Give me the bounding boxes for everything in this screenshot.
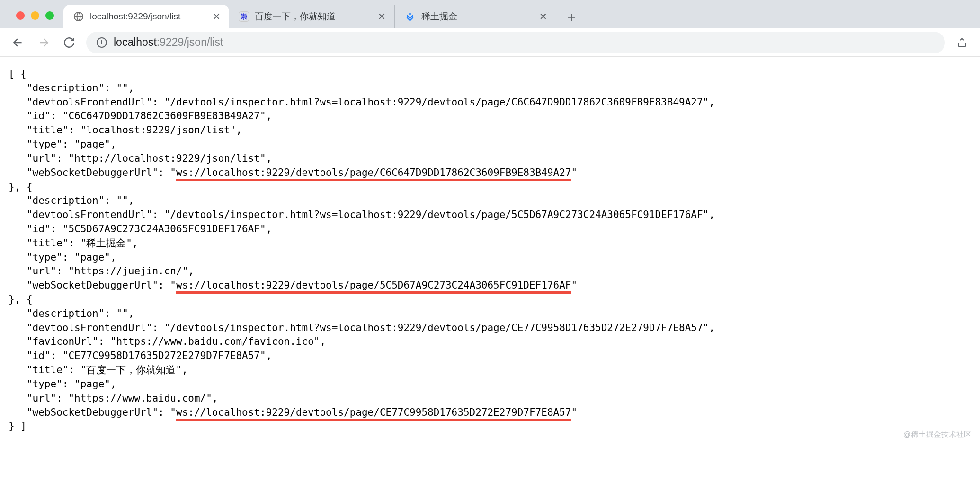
reload-button[interactable] (61, 34, 78, 51)
url-path: :9229/json/list (157, 36, 223, 48)
tab-0[interactable]: localhost:9229/json/list ✕ (63, 5, 229, 28)
browser-chrome: localhost:9229/json/list ✕ 崇 百度一下，你就知道 ✕… (0, 0, 980, 57)
tab-bar: localhost:9229/json/list ✕ 崇 百度一下，你就知道 ✕… (0, 0, 980, 28)
back-button[interactable] (9, 34, 27, 51)
share-button[interactable] (953, 34, 971, 51)
address-bar[interactable]: i localhost:9229/json/list (86, 32, 945, 53)
forward-button[interactable] (35, 34, 52, 51)
close-window-button[interactable] (16, 11, 25, 20)
tab-title: 百度一下，你就知道 (255, 10, 371, 23)
minimize-window-button[interactable] (31, 11, 39, 20)
watermark: @稀土掘金技术社区 (903, 429, 971, 440)
close-tab-icon[interactable]: ✕ (538, 11, 548, 22)
tab-title: localhost:9229/json/list (90, 11, 205, 22)
close-tab-icon[interactable]: ✕ (211, 11, 222, 22)
tab-1[interactable]: 崇 百度一下，你就知道 ✕ (229, 5, 395, 28)
url-host: localhost (114, 36, 157, 48)
new-tab-button[interactable]: ＋ (562, 8, 581, 26)
url-display: localhost:9229/json/list (114, 36, 223, 49)
maximize-window-button[interactable] (45, 11, 54, 20)
close-tab-icon[interactable]: ✕ (376, 11, 387, 22)
tab-title: 稀土掘金 (421, 10, 532, 23)
juejin-favicon-icon (404, 11, 416, 22)
site-info-icon[interactable]: i (97, 37, 107, 48)
page-content-json: [ { "description": "", "devtoolsFrontend… (0, 57, 980, 444)
globe-icon (73, 11, 84, 22)
baidu-favicon-icon: 崇 (239, 11, 249, 22)
window-controls (11, 11, 63, 28)
toolbar: i localhost:9229/json/list (0, 28, 980, 57)
tab-2[interactable]: 稀土掘金 ✕ (395, 5, 556, 28)
